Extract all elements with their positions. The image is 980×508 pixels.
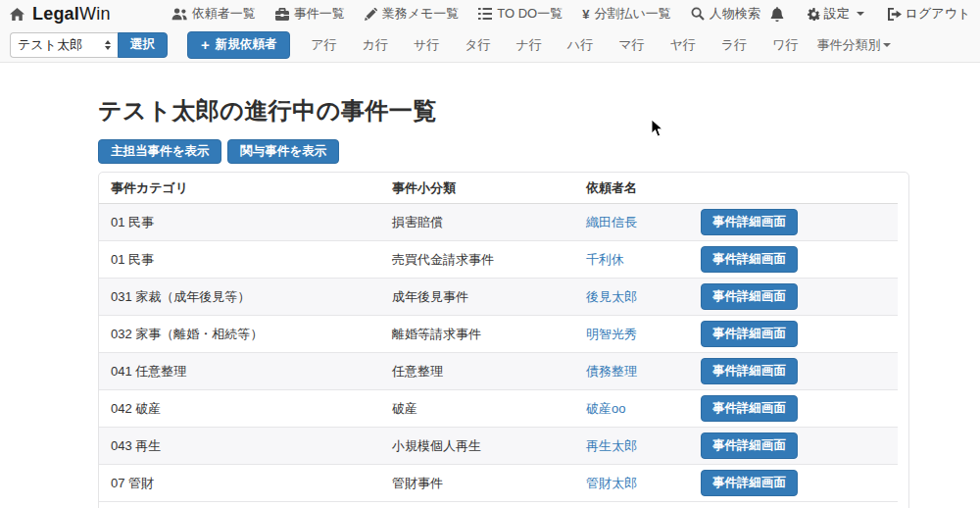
- case-detail-button[interactable]: 事件詳細画面: [701, 321, 798, 347]
- show-involved-cases-button[interactable]: 関与事件を表示: [227, 139, 339, 164]
- client-link[interactable]: 明智光秀: [586, 327, 637, 341]
- kana-link-ha[interactable]: ハ行: [555, 36, 606, 54]
- case-detail-button[interactable]: 事件詳細画面: [701, 283, 798, 310]
- kana-index-links: ア行 カ行 サ行 タ行 ナ行 ハ行 マ行 ヤ行 ラ行 ワ行: [298, 36, 810, 54]
- navbar-right: 設定 ログアウト: [770, 5, 971, 23]
- case-subcategory: 離婚等請求事件: [380, 316, 574, 353]
- kana-link-ra[interactable]: ラ行: [709, 36, 760, 54]
- case-detail-button[interactable]: 事件詳細画面: [701, 358, 798, 384]
- table-row: 041 任意整理 任意整理 債務整理 事件詳細画面: [99, 353, 898, 390]
- plus-icon: +: [201, 37, 210, 52]
- page-title: テスト太郎の進行中の事件一覧: [98, 95, 980, 127]
- menu-item-label: TO DO一覧: [497, 5, 563, 23]
- case-category: 041 任意整理: [99, 353, 380, 390]
- table-row: 043 再生 小規模個人再生 再生太郎 事件詳細画面: [99, 428, 898, 465]
- header-client-name: 依頼者名: [574, 173, 689, 204]
- case-table: 事件カテゴリ 事件小分類 依頼者名 01 民事 損害賠償 織田信長 事件詳細画面…: [99, 173, 898, 502]
- yen-icon: ¥: [582, 7, 589, 22]
- header-case-category: 事件カテゴリ: [99, 173, 380, 204]
- menu-item-label: 分割払い一覧: [594, 5, 670, 23]
- client-link[interactable]: 後見太郎: [586, 289, 637, 304]
- client-select-value: テスト太郎: [18, 36, 82, 54]
- brand-home-link[interactable]: LegalWin: [10, 4, 111, 25]
- case-category-dropdown[interactable]: 事件分類別: [810, 36, 897, 54]
- case-category: 07 管財: [99, 465, 380, 502]
- select-spinner-icon: [105, 40, 111, 50]
- case-detail-button[interactable]: 事件詳細画面: [701, 395, 798, 422]
- case-detail-button[interactable]: 事件詳細画面: [701, 246, 798, 273]
- logout-label: ログアウト: [906, 5, 971, 23]
- client-link[interactable]: 管財太郎: [586, 476, 637, 490]
- client-link[interactable]: 織田信長: [586, 215, 637, 229]
- menu-item-cases[interactable]: 事件一覧: [266, 5, 355, 23]
- chevron-down-icon: [883, 43, 891, 47]
- search-icon: [691, 7, 705, 21]
- gear-icon: [808, 8, 820, 21]
- client-select-group: テスト太郎 選択: [10, 32, 168, 58]
- top-navbar: LegalWin 依頼者一覧 事件一覧 業務メモ一覧 TO DO一覧 ¥ 分割払…: [0, 0, 980, 63]
- menu-item-label: 人物検索: [710, 5, 760, 23]
- table-row: 01 民事 売買代金請求事件 千利休 事件詳細画面: [99, 241, 898, 279]
- case-detail-button[interactable]: 事件詳細画面: [701, 470, 798, 496]
- show-primary-cases-button[interactable]: 主担当事件を表示: [98, 139, 221, 164]
- logout-button[interactable]: ログアウト: [888, 5, 971, 23]
- header-actions: [689, 173, 898, 204]
- client-select[interactable]: テスト太郎: [10, 32, 118, 58]
- case-subcategory: 損害賠償: [380, 204, 574, 241]
- menu-item-clients[interactable]: 依頼者一覧: [162, 5, 266, 23]
- sign-out-icon: [888, 8, 902, 21]
- client-link[interactable]: 破産oo: [586, 401, 625, 416]
- client-link[interactable]: 債務整理: [586, 364, 637, 379]
- kana-link-sa[interactable]: サ行: [401, 36, 452, 54]
- case-category-label: 事件分類別: [816, 36, 880, 54]
- bell-icon: [770, 7, 784, 22]
- kana-link-ka[interactable]: カ行: [350, 36, 401, 54]
- kana-link-a[interactable]: ア行: [298, 36, 349, 54]
- header-case-subcategory: 事件小分類: [380, 173, 574, 204]
- kana-link-wa[interactable]: ワ行: [760, 36, 810, 54]
- case-category: 01 民事: [99, 204, 380, 241]
- table-row: 032 家事（離婚・相続等） 離婚等請求事件 明智光秀 事件詳細画面: [99, 316, 898, 353]
- client-link[interactable]: 再生太郎: [586, 438, 637, 453]
- case-subcategory: 成年後見事件: [380, 279, 574, 316]
- kana-link-ta[interactable]: タ行: [452, 36, 503, 54]
- table-header-row: 事件カテゴリ 事件小分類 依頼者名: [99, 173, 898, 204]
- briefcase-icon: [275, 8, 289, 21]
- kana-link-ya[interactable]: ヤ行: [657, 36, 708, 54]
- notifications-button[interactable]: [770, 7, 784, 22]
- case-category: 042 破産: [99, 390, 380, 428]
- case-subcategory: 管財事件: [380, 465, 574, 502]
- navbar-row-main: LegalWin 依頼者一覧 事件一覧 業務メモ一覧 TO DO一覧 ¥ 分割払…: [0, 0, 980, 27]
- case-detail-button[interactable]: 事件詳細画面: [701, 432, 798, 459]
- menu-item-label: 依頼者一覧: [192, 5, 256, 23]
- home-icon: [10, 8, 24, 21]
- case-subcategory: 破産: [380, 390, 574, 428]
- menu-item-todo[interactable]: TO DO一覧: [468, 5, 572, 23]
- case-category: 032 家事（離婚・相続等）: [99, 316, 380, 353]
- table-row: 042 破産 破産 破産oo 事件詳細画面: [99, 390, 898, 428]
- pencil-icon: [365, 8, 377, 21]
- settings-label: 設定: [824, 5, 850, 23]
- menu-item-label: 業務メモ一覧: [382, 5, 460, 23]
- kana-link-na[interactable]: ナ行: [504, 36, 555, 54]
- menu-item-installments[interactable]: ¥ 分割払い一覧: [572, 5, 681, 23]
- users-icon: [172, 8, 187, 21]
- select-button[interactable]: 選択: [118, 32, 168, 58]
- settings-menu[interactable]: 設定: [808, 5, 864, 23]
- table-row: 07 管財 管財事件 管財太郎 事件詳細画面: [99, 465, 898, 502]
- case-subcategory: 売買代金請求事件: [380, 241, 574, 279]
- menu-item-memos[interactable]: 業務メモ一覧: [355, 5, 469, 23]
- case-list-panel: 事件カテゴリ 事件小分類 依頼者名 01 民事 損害賠償 織田信長 事件詳細画面…: [98, 172, 909, 508]
- case-subcategory: 小規模個人再生: [380, 428, 574, 465]
- client-link[interactable]: 千利休: [586, 252, 624, 267]
- case-detail-button[interactable]: 事件詳細画面: [701, 209, 798, 235]
- new-client-button[interactable]: + 新規依頼者: [187, 31, 290, 59]
- case-subcategory: 任意整理: [380, 353, 574, 390]
- main-content: テスト太郎の進行中の事件一覧 主担当事件を表示 関与事件を表示 事件カテゴリ 事…: [0, 63, 980, 508]
- menu-item-person-search[interactable]: 人物検索: [681, 5, 770, 23]
- case-category: 031 家裁（成年後見等）: [99, 279, 380, 316]
- case-category: 043 再生: [99, 428, 380, 465]
- kana-link-ma[interactable]: マ行: [606, 36, 657, 54]
- chevron-down-icon: [857, 12, 864, 16]
- case-category: 01 民事: [99, 241, 380, 279]
